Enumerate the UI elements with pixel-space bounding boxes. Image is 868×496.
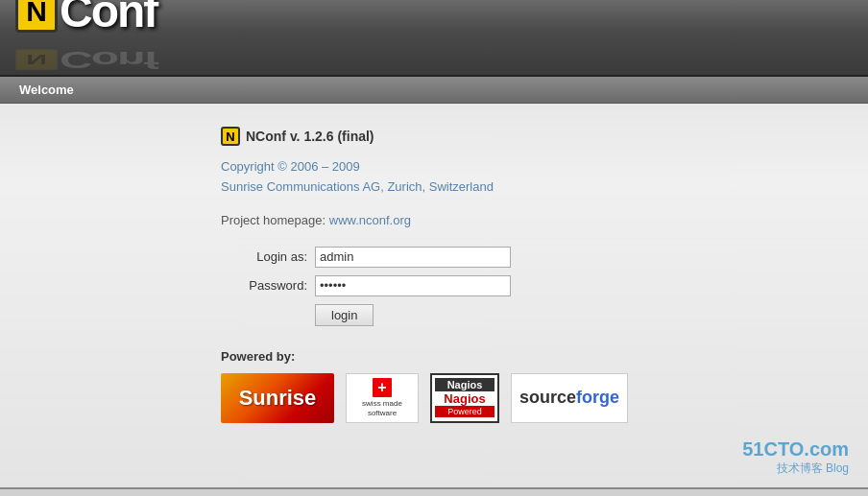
header: N Conf N Conf (0, 0, 868, 77)
logo: N Conf N Conf (15, 0, 157, 90)
copyright-block: Copyright © 2006 – 2009 Sunrise Communic… (221, 157, 759, 198)
nagios-logo: Nagios Nagios Powered (430, 373, 499, 423)
navbar-welcome[interactable]: Welcome (12, 79, 82, 101)
logo-conf-text: Conf (60, 0, 157, 37)
project-label: Project homepage: (221, 213, 326, 227)
password-input[interactable] (315, 275, 511, 296)
project-url-link[interactable]: www.nconf.org (329, 213, 411, 227)
sunrise-logo: Sunrise (221, 373, 334, 423)
main-content: N NConf v. 1.2.6 (final) Copyright © 200… (0, 104, 868, 487)
content-block: N NConf v. 1.2.6 (final) Copyright © 200… (221, 127, 759, 423)
watermark-line1: 51CTO.com (742, 438, 849, 461)
watermark: 51CTO.com 技术博客 Blog (742, 438, 849, 477)
sf-source-text: source (519, 388, 576, 408)
logo-n-reflection: N (15, 50, 58, 71)
version-n-icon: N (221, 127, 240, 146)
watermark-line2: 技术博客 Blog (742, 461, 849, 477)
username-input[interactable] (315, 247, 511, 268)
swiss-cross-icon (373, 378, 392, 397)
nagios-top: Nagios (435, 378, 494, 391)
swiss-text: swiss madesoftware (362, 399, 402, 417)
sf-forge-text: forge (576, 388, 619, 408)
powered-section: Powered by: Sunrise swiss madesoftware N… (221, 349, 759, 423)
logos-row: Sunrise swiss madesoftware Nagios Nagios… (221, 373, 759, 423)
nagios-bot: Powered (435, 406, 494, 417)
password-row: Password: (221, 275, 759, 296)
sourceforge-logo: sourceforge (511, 373, 628, 423)
footer-line (0, 487, 868, 489)
powered-label: Powered by: (221, 349, 759, 364)
login-btn-row: login (315, 304, 759, 326)
username-row: Login as: (221, 247, 759, 268)
swiss-made-software-logo: swiss madesoftware (346, 373, 419, 423)
version-row: N NConf v. 1.2.6 (final) (221, 127, 759, 146)
nagios-mid: Nagios (444, 391, 485, 406)
login-form: Login as: Password: login (221, 247, 759, 326)
sunrise-logo-text: Sunrise (239, 386, 317, 411)
logo-n-icon: N (15, 0, 58, 33)
copyright-line1: Copyright © 2006 – 2009 (221, 157, 759, 177)
logo-conf-reflection: Conf (60, 47, 157, 74)
version-text: NConf v. 1.2.6 (final) (246, 129, 374, 144)
copyright-line2: Sunrise Communications AG, Zurich, Switz… (221, 177, 759, 198)
username-label: Login as: (221, 249, 307, 264)
project-row: Project homepage: www.nconf.org (221, 213, 759, 227)
login-button[interactable]: login (315, 304, 374, 326)
password-label: Password: (221, 278, 307, 293)
